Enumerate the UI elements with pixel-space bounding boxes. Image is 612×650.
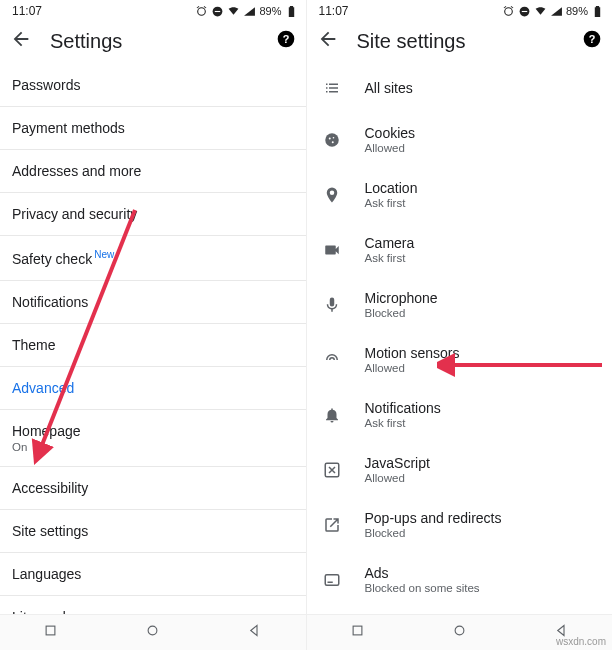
item-label: Ads [365, 565, 480, 581]
site-setting-cookies[interactable]: CookiesAllowed [307, 112, 613, 167]
settings-row-payment-methods[interactable]: Payment methods [0, 107, 306, 150]
item-label: JavaScript [365, 455, 430, 471]
page-title: Settings [50, 30, 258, 53]
wifi-icon [534, 5, 547, 18]
site-setting-all-sites[interactable]: All sites [307, 64, 613, 112]
site-setting-javascript[interactable]: JavaScriptAllowed [307, 442, 613, 497]
item-label: Pop-ups and redirects [365, 510, 502, 526]
settings-row-notifications[interactable]: Notifications [0, 281, 306, 324]
row-label: Homepage [12, 423, 81, 439]
nav-recent[interactable] [350, 623, 365, 642]
nav-back[interactable] [247, 623, 262, 642]
settings-row-advanced[interactable]: Advanced [0, 367, 306, 410]
site-setting-pop-ups-and-redirects[interactable]: Pop-ups and redirectsBlocked [307, 497, 613, 552]
svg-point-12 [328, 137, 330, 139]
settings-row-theme[interactable]: Theme [0, 324, 306, 367]
settings-row-safety-check[interactable]: Safety checkNew [0, 236, 306, 281]
row-label: Passwords [12, 77, 80, 93]
row-label: Theme [12, 337, 56, 353]
item-sub: Allowed [365, 142, 416, 154]
nav-home[interactable] [452, 623, 467, 642]
status-time: 11:07 [319, 4, 349, 18]
settings-pane: 11:07 89% Settings ? PasswordsPayment me… [0, 0, 306, 650]
battery-icon [285, 5, 298, 18]
dnd-icon [518, 5, 531, 18]
site-setting-motion-sensors[interactable]: Motion sensorsAllowed [307, 332, 613, 387]
row-label: Privacy and security [12, 206, 137, 222]
svg-rect-17 [327, 581, 332, 583]
item-sub: Ask first [365, 252, 415, 264]
item-sub: Blocked [365, 307, 438, 319]
settings-row-accessibility[interactable]: Accessibility [0, 467, 306, 510]
location-icon [321, 184, 343, 206]
svg-rect-18 [353, 626, 362, 635]
status-icons: 89% [195, 5, 297, 18]
item-label: Camera [365, 235, 415, 251]
item-label: Cookies [365, 125, 416, 141]
camera-icon [321, 239, 343, 261]
back-button[interactable] [317, 28, 339, 54]
status-icons: 89% [502, 5, 604, 18]
row-label: Notifications [12, 294, 88, 310]
site-setting-location[interactable]: LocationAsk first [307, 167, 613, 222]
svg-point-19 [455, 626, 464, 635]
settings-list: PasswordsPayment methodsAddresses and mo… [0, 64, 306, 614]
popup-icon [321, 514, 343, 536]
cookie-icon [321, 129, 343, 151]
app-bar: Settings ? [0, 20, 306, 64]
item-sub: Ask first [365, 197, 418, 209]
site-setting-ads[interactable]: AdsBlocked on some sites [307, 552, 613, 607]
watermark: wsxdn.com [556, 636, 606, 647]
svg-point-5 [148, 626, 157, 635]
status-bar: 11:07 89% [0, 0, 306, 20]
signal-icon [243, 5, 256, 18]
svg-rect-1 [215, 10, 220, 11]
signal-icon [550, 5, 563, 18]
back-button[interactable] [10, 28, 32, 54]
item-label: All sites [365, 80, 413, 96]
svg-rect-4 [47, 626, 56, 635]
nav-recent[interactable] [43, 623, 58, 642]
settings-row-site-settings[interactable]: Site settings [0, 510, 306, 553]
svg-point-14 [331, 141, 333, 143]
site-setting-notifications[interactable]: NotificationsAsk first [307, 387, 613, 442]
new-badge: New [94, 249, 114, 260]
status-bar: 11:07 89% [307, 0, 613, 20]
svg-point-13 [332, 136, 334, 138]
help-button[interactable]: ? [276, 29, 296, 53]
settings-row-privacy-and-security[interactable]: Privacy and security [0, 193, 306, 236]
svg-text:?: ? [282, 33, 289, 45]
settings-row-homepage[interactable]: HomepageOn [0, 410, 306, 467]
bell-icon [321, 404, 343, 426]
mic-icon [321, 294, 343, 316]
ads-icon [321, 569, 343, 591]
item-label: Notifications [365, 400, 441, 416]
battery-text: 89% [566, 5, 588, 17]
list-icon [321, 77, 343, 99]
nav-home[interactable] [145, 623, 160, 642]
settings-row-languages[interactable]: Languages [0, 553, 306, 596]
wifi-icon [227, 5, 240, 18]
site-settings-list: All sitesCookiesAllowedLocationAsk first… [307, 64, 613, 614]
svg-rect-16 [325, 574, 339, 585]
item-sub: Allowed [365, 362, 460, 374]
row-label: Accessibility [12, 480, 88, 496]
site-setting-microphone[interactable]: MicrophoneBlocked [307, 277, 613, 332]
settings-row-addresses-and-more[interactable]: Addresses and more [0, 150, 306, 193]
help-button[interactable]: ? [582, 29, 602, 53]
row-label: Languages [12, 566, 81, 582]
row-sub: On [12, 441, 294, 453]
settings-row-passwords[interactable]: Passwords [0, 64, 306, 107]
battery-text: 89% [259, 5, 281, 17]
alarm-icon [195, 5, 208, 18]
js-icon [321, 459, 343, 481]
battery-icon [591, 5, 604, 18]
row-label: Safety check [12, 251, 92, 267]
dnd-icon [211, 5, 224, 18]
site-setting-camera[interactable]: CameraAsk first [307, 222, 613, 277]
settings-row-lite-mode[interactable]: Lite modeOff [0, 596, 306, 614]
status-time: 11:07 [12, 4, 42, 18]
site-setting-background-sync[interactable]: Background syncAllowed [307, 607, 613, 614]
svg-rect-8 [522, 10, 527, 11]
item-sub: Allowed [365, 472, 430, 484]
